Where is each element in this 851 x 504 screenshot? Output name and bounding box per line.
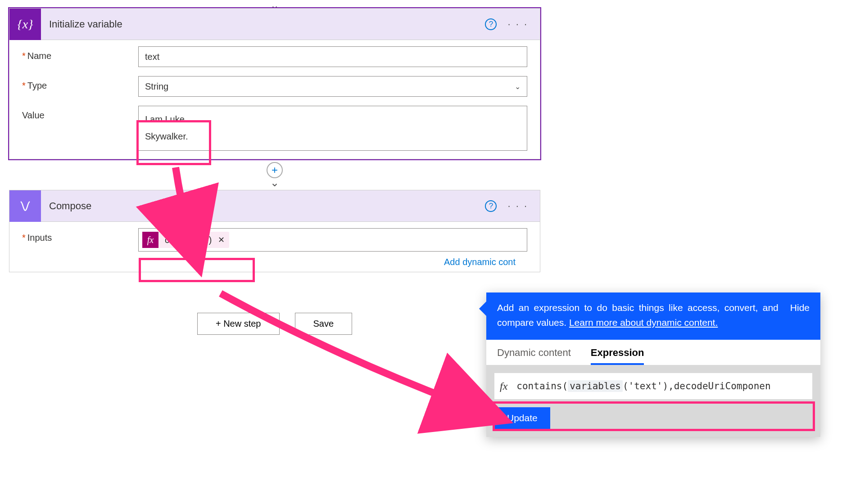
- compose-icon: [9, 190, 41, 222]
- card-header[interactable]: {x} Initialize variable ? · · ·: [9, 9, 540, 40]
- type-select[interactable]: String ⌄: [138, 76, 527, 97]
- fx-icon: fx: [500, 380, 507, 392]
- type-label: *Type: [22, 76, 138, 91]
- expression-input[interactable]: fx contains(variables('text'),decodeUriC…: [494, 373, 812, 399]
- help-icon[interactable]: ?: [485, 200, 497, 212]
- value-label: Value: [22, 106, 138, 121]
- card-header[interactable]: Compose ? · · ·: [9, 190, 540, 222]
- add-dynamic-content-link[interactable]: Add dynamic cont: [22, 253, 527, 267]
- type-value: String: [145, 81, 168, 92]
- expression-popup: Add an expression to do basic things lik…: [486, 292, 820, 437]
- hide-button[interactable]: Hide: [790, 301, 810, 315]
- compose-card[interactable]: Compose ? · · · *Inputs fx contains(...)…: [9, 190, 540, 272]
- learn-more-link[interactable]: Learn more about dynamic content.: [569, 317, 718, 328]
- popup-beak: [479, 302, 486, 316]
- expression-text: contains(variables('text'),decodeUriComp…: [516, 381, 770, 392]
- connector-arrow-icon: ⌄: [270, 177, 279, 188]
- add-step-plus-icon[interactable]: +: [267, 162, 283, 178]
- inputs-label: *Inputs: [22, 228, 138, 243]
- inputs-field[interactable]: fx contains(...) ✕: [138, 228, 527, 252]
- tab-expression[interactable]: Expression: [591, 347, 644, 365]
- card-title: Compose: [49, 200, 485, 212]
- initialize-variable-card[interactable]: {x} Initialize variable ? · · · *Name te…: [9, 8, 540, 159]
- more-icon[interactable]: · · ·: [507, 18, 528, 30]
- tab-dynamic-content[interactable]: Dynamic content: [497, 347, 571, 365]
- update-button[interactable]: Update: [494, 407, 550, 429]
- name-label: *Name: [22, 46, 138, 61]
- name-input[interactable]: text: [138, 46, 527, 67]
- token-label: contains(...): [158, 235, 216, 245]
- save-button[interactable]: Save: [295, 313, 353, 335]
- card-title: Initialize variable: [49, 18, 485, 30]
- new-step-button[interactable]: + New step: [197, 313, 280, 335]
- value-input[interactable]: I am Luke Skywalker.: [138, 106, 527, 151]
- fx-icon: fx: [142, 232, 158, 248]
- help-icon[interactable]: ?: [485, 18, 497, 30]
- popup-description: Add an expression to do basic things lik…: [497, 301, 779, 330]
- variable-icon: {x}: [9, 9, 41, 40]
- more-icon[interactable]: · · ·: [507, 200, 528, 212]
- popup-tabs: Dynamic content Expression: [486, 340, 820, 365]
- expression-token[interactable]: fx contains(...) ✕: [142, 232, 229, 248]
- chevron-down-icon: ⌄: [515, 82, 521, 91]
- close-icon[interactable]: ✕: [216, 235, 229, 245]
